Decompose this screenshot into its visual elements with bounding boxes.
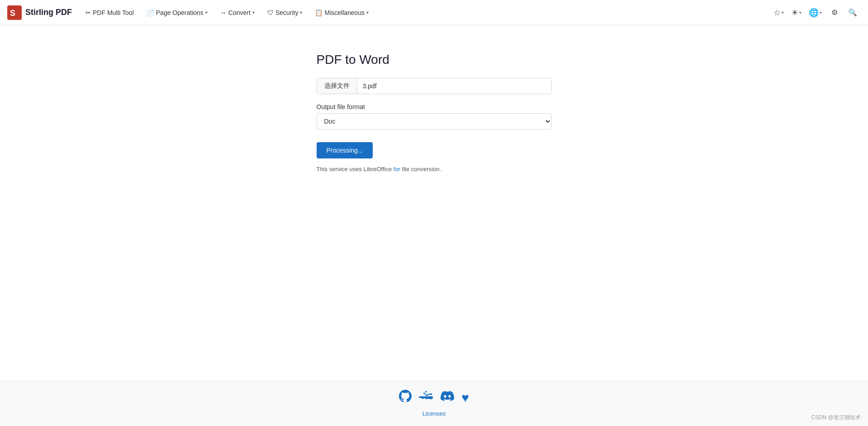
document-icon: 📋: [315, 9, 323, 16]
github-icon[interactable]: [399, 390, 412, 406]
footer-icons: ♥: [399, 390, 469, 406]
output-format-label: Output file format: [317, 103, 552, 110]
output-format-wrapper: Doc Docx Odt: [317, 113, 552, 129]
theme-button[interactable]: ☀ ▾: [788, 6, 804, 19]
page-title: PDF to Word: [317, 53, 552, 67]
docker-icon[interactable]: [419, 390, 433, 406]
star-icon: ☆: [773, 8, 781, 18]
navbar: S Stirling PDF ✂ PDF Multi Tool 📄 Page O…: [0, 0, 868, 25]
language-button[interactable]: 🌐 ▾: [806, 6, 825, 19]
search-icon: 🔍: [848, 8, 857, 17]
footer-credit: CSDN @老王聊技术: [811, 414, 861, 421]
security-chevron-icon: ▾: [300, 10, 302, 15]
discord-icon[interactable]: [441, 390, 454, 406]
gear-icon: ⚙: [831, 8, 838, 17]
nav-miscellaneous[interactable]: 📋 Miscellaneous ▾: [310, 6, 373, 19]
brand-logo-icon: S: [7, 5, 22, 20]
processing-button[interactable]: Processing...: [317, 142, 373, 158]
main-content: PDF to Word 选择文件 3.pdf Output file forma…: [0, 25, 868, 380]
form-container: PDF to Word 选择文件 3.pdf Output file forma…: [317, 53, 552, 172]
file-input-wrapper: 选择文件 3.pdf: [317, 78, 552, 94]
shield-icon: 🛡: [267, 9, 274, 16]
nav-page-operations[interactable]: 📄 Page Operations ▾: [142, 6, 212, 19]
convert-chevron-icon: ▾: [252, 10, 255, 15]
favorites-button[interactable]: ☆ ▾: [771, 6, 787, 19]
favorites-chevron-icon: ▾: [782, 10, 784, 15]
miscellaneous-chevron-icon: ▾: [366, 10, 369, 15]
brand-name: Stirling PDF: [25, 8, 72, 17]
nav-pdf-multi-tool[interactable]: ✂ PDF Multi Tool: [81, 6, 138, 19]
brand-logo-link[interactable]: S Stirling PDF: [7, 5, 72, 20]
globe-icon: 🌐: [809, 8, 819, 18]
theme-chevron-icon: ▾: [799, 10, 802, 15]
file-icon: 📄: [147, 9, 154, 16]
file-choose-button[interactable]: 选择文件: [317, 78, 357, 94]
convert-icon: ↔: [220, 9, 227, 16]
libreoffice-link[interactable]: for: [394, 166, 400, 172]
settings-button[interactable]: ⚙: [826, 5, 843, 21]
page-operations-chevron-icon: ▾: [205, 10, 208, 15]
svg-text:S: S: [10, 9, 15, 18]
info-text: This service uses LibreOffice for file c…: [317, 166, 552, 172]
licenses-link[interactable]: Licenses: [422, 410, 446, 417]
language-chevron-icon: ▾: [820, 10, 822, 15]
output-format-select[interactable]: Doc Docx Odt: [317, 113, 552, 129]
sun-icon: ☀: [791, 8, 798, 18]
file-name-display: 3.pdf: [357, 78, 551, 94]
navbar-right: ☆ ▾ ☀ ▾ 🌐 ▾ ⚙ 🔍: [771, 5, 861, 21]
search-button[interactable]: 🔍: [844, 5, 861, 21]
footer: ♥ Licenses: [0, 380, 868, 426]
scissors-icon: ✂: [85, 9, 91, 16]
nav-convert[interactable]: ↔ Convert ▾: [216, 6, 259, 19]
nav-security[interactable]: 🛡 Security ▾: [263, 6, 307, 19]
heart-icon[interactable]: ♥: [461, 391, 469, 405]
